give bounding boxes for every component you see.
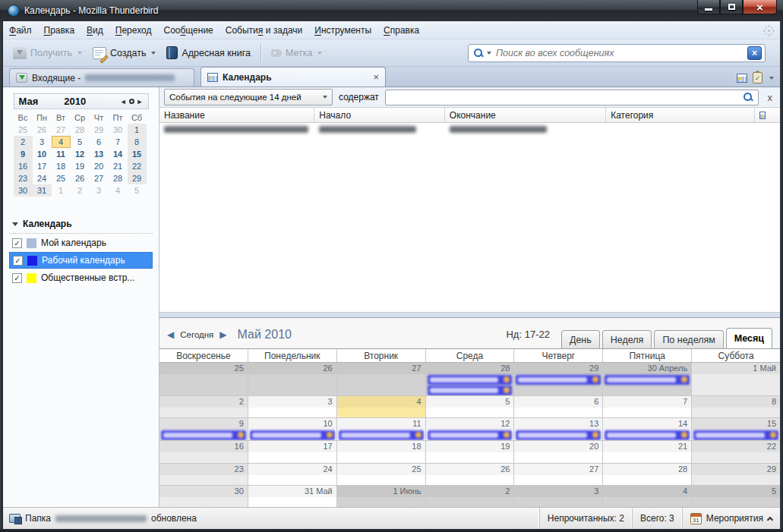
column-header[interactable]: Категория	[606, 108, 755, 122]
month-today-cell[interactable]: 4	[337, 396, 426, 417]
view-tab-день[interactable]: День	[561, 330, 600, 348]
calendar-checkbox[interactable]: ✓	[12, 238, 22, 248]
mini-month-day-cell[interactable]: 14	[109, 148, 128, 160]
event-list-row[interactable]	[159, 123, 780, 137]
mini-month-day-cell[interactable]: 28	[109, 172, 128, 184]
month-day-cell[interactable]: 16	[159, 441, 248, 462]
calendar-list-item[interactable]: ✓Мой календарь	[9, 235, 153, 250]
month-day-cell[interactable]: 26	[426, 464, 515, 485]
mini-month-day-cell[interactable]: 23	[14, 172, 33, 184]
event-bar[interactable]	[428, 375, 513, 385]
month-day-cell[interactable]: 30	[159, 486, 248, 507]
month-day-cell[interactable]: 11	[337, 418, 426, 440]
month-day-cell[interactable]: 29	[514, 363, 603, 395]
minimize-button[interactable]	[697, 0, 720, 14]
event-bar[interactable]	[693, 430, 778, 440]
clear-search-button[interactable]: ×	[747, 46, 762, 60]
address-book-button[interactable]: Адресная книга	[161, 43, 255, 62]
event-bar[interactable]	[339, 430, 424, 440]
calendar-checkbox[interactable]: ✓	[12, 273, 22, 283]
month-day-cell[interactable]: 23	[159, 464, 248, 485]
menu-item[interactable]: Сообщение	[157, 23, 219, 38]
month-day-cell[interactable]: 26	[248, 363, 337, 395]
mini-month-day-cell[interactable]: 13	[90, 148, 109, 160]
tab-inbox[interactable]: Входящие -	[9, 68, 194, 87]
restore-button[interactable]	[720, 0, 743, 14]
month-day-cell[interactable]: 1 Май	[692, 363, 780, 395]
mini-month-day-cell[interactable]: 5	[128, 184, 147, 197]
month-day-cell[interactable]: 2	[159, 396, 248, 417]
mini-month-day-cell[interactable]: 26	[33, 124, 52, 136]
mini-month-day-cell[interactable]: 11	[52, 148, 71, 160]
month-day-cell[interactable]: 12	[426, 418, 515, 440]
title-bar[interactable]: Календарь - Mozilla Thunderbird ×	[0, 0, 783, 21]
event-bar[interactable]	[428, 430, 513, 440]
month-day-cell[interactable]: 3	[248, 396, 337, 417]
mini-month-day-cell[interactable]: 19	[71, 160, 90, 172]
month-day-cell[interactable]: 4	[603, 486, 692, 507]
event-search-box[interactable]	[385, 90, 759, 105]
mini-month-day-cell[interactable]: 22	[128, 160, 147, 172]
horizontal-splitter[interactable]	[159, 312, 780, 318]
mini-month-day-cell[interactable]: 30	[109, 124, 128, 136]
month-day-cell[interactable]: 3	[514, 486, 603, 507]
mini-month-day-cell[interactable]: 26	[71, 172, 90, 184]
column-header[interactable]: Название	[159, 108, 314, 122]
month-day-cell[interactable]: 2	[426, 486, 515, 507]
month-day-cell[interactable]: 5	[426, 396, 515, 417]
calendar-list-item[interactable]: ✓Рабочий календарь	[9, 252, 153, 269]
mini-month-day-cell[interactable]: 1	[52, 184, 71, 197]
month-day-cell[interactable]: 31 Май	[248, 486, 337, 507]
mini-month-day-cell[interactable]: 31	[33, 184, 52, 197]
month-day-cell[interactable]: 8	[692, 396, 780, 417]
month-day-cell[interactable]: 15	[692, 418, 780, 440]
month-day-cell[interactable]: 14	[603, 418, 692, 440]
month-day-cell[interactable]: 29	[692, 464, 780, 485]
mini-month-day-cell[interactable]: 10	[33, 148, 52, 160]
menu-item[interactable]: Переход	[109, 23, 158, 38]
column-picker-icon[interactable]	[755, 108, 770, 122]
column-header[interactable]: Начало	[314, 108, 445, 122]
month-day-cell[interactable]: 27	[514, 464, 603, 485]
next-period-icon[interactable]: ▶	[219, 329, 226, 340]
global-search-box[interactable]: ×	[468, 44, 766, 62]
menu-item[interactable]: Вид	[81, 23, 109, 38]
month-day-cell[interactable]: 20	[514, 441, 603, 462]
month-day-cell[interactable]: 7	[603, 396, 692, 417]
calendar-checkbox[interactable]: ✓	[13, 256, 23, 266]
close-tab-icon[interactable]: ×	[373, 71, 379, 83]
tab-list-dropdown-icon[interactable]	[769, 77, 774, 80]
month-day-cell[interactable]: 28	[426, 363, 515, 395]
menu-item[interactable]: Инструменты	[308, 23, 377, 38]
menu-item[interactable]: События и задачи	[219, 23, 308, 38]
month-day-cell[interactable]: 10	[248, 418, 337, 440]
global-search-input[interactable]	[494, 47, 747, 59]
mini-month-day-cell[interactable]: 16	[14, 160, 33, 172]
menu-item[interactable]: Справка	[377, 23, 425, 38]
mini-month-day-cell[interactable]: 6	[90, 136, 109, 148]
view-tab-по-неделям[interactable]: По неделям	[654, 330, 723, 348]
calendar-list-item[interactable]: ✓Общественные встр...	[9, 270, 153, 285]
mini-month-today-icon[interactable]	[129, 99, 134, 104]
mini-month-day-cell[interactable]: 1	[128, 124, 147, 136]
month-day-cell[interactable]: 21	[603, 441, 692, 462]
month-day-cell[interactable]: 25	[159, 363, 248, 395]
tasks-view-toggle-icon[interactable]: ✓	[753, 72, 762, 83]
mini-month-prev-icon[interactable]: ◄	[120, 98, 127, 105]
mini-month-day-cell[interactable]: 8	[128, 136, 147, 148]
event-bar[interactable]	[516, 430, 601, 440]
mini-month-day-cell[interactable]: 3	[90, 184, 109, 197]
mini-month-day-cell[interactable]: 9	[14, 148, 33, 160]
calendar-view-toggle-icon[interactable]	[737, 74, 747, 83]
mini-month-next-icon[interactable]: ►	[137, 98, 144, 105]
mini-month-day-cell[interactable]: 3	[33, 136, 52, 148]
mini-month-day-cell[interactable]: 5	[71, 136, 90, 148]
view-tab-месяц[interactable]: Месяц	[726, 328, 772, 348]
column-header[interactable]: Окончание	[445, 108, 606, 122]
event-bar[interactable]	[605, 375, 690, 385]
mini-month-day-cell[interactable]: 12	[71, 148, 90, 160]
get-mail-button[interactable]: Получить	[8, 44, 87, 62]
mini-month-today-cell[interactable]: 4	[52, 136, 71, 148]
close-button[interactable]: ×	[743, 0, 777, 14]
month-day-cell[interactable]: 22	[692, 441, 780, 462]
